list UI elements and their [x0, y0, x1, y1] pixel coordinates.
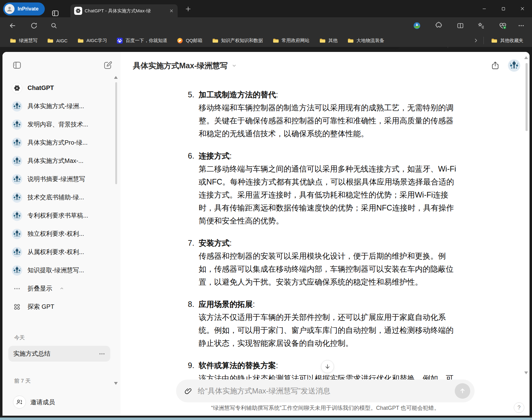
chat-main: 具体实施方式Max-绿洲慧写 5.加工或制造方法的替代: 移动终端和车辆控制器 — [120, 52, 530, 416]
arrow-down-icon — [324, 363, 331, 370]
other-favorites-folder[interactable]: 其他收藏夹 — [488, 36, 526, 45]
inprivate-profile-button[interactable]: InPrivate — [3, 2, 45, 15]
bookmark-folder[interactable]: 绿洲慧写 — [7, 36, 40, 45]
folder-icon — [78, 38, 84, 43]
folder-icon — [212, 38, 218, 43]
folder-icon — [348, 38, 354, 43]
title-bar: InPrivate ChatGPT - 具体实施方式Max-绿 — [0, 0, 532, 17]
gpt-avatar-icon — [12, 265, 22, 276]
disclaimer-text: “绿洲慧写专利辅助撰写系统”工作空间聊天未用于训练我们的模型。ChatGPT 也… — [176, 404, 475, 412]
bookmark-folder[interactable]: 常用政府网站 — [270, 36, 313, 45]
bookmark-folder[interactable]: 其他 — [316, 36, 341, 45]
new-chat-icon[interactable] — [103, 61, 112, 70]
sidebar-collapse-toggle[interactable]: 折叠显示 — [2, 279, 114, 298]
refresh-icon[interactable] — [30, 22, 38, 29]
sidebar-item-gpt[interactable]: 知识提取-绿洲慧写... — [2, 261, 114, 279]
section-today: 今天 — [14, 334, 25, 341]
sidebar-item-gpt[interactable]: 发明内容、背景技术... — [2, 115, 114, 134]
sidebar-item-chatgpt[interactable]: ChatGPT — [2, 79, 114, 97]
bookmark-folder[interactable]: 大地物流装备 — [344, 36, 387, 45]
bookmark-qqmail[interactable]: QQ邮箱 — [174, 36, 205, 45]
browser-tab[interactable]: ChatGPT - 具体实施方式Max-绿 — [70, 4, 178, 17]
main-scrollbar-thumb[interactable] — [526, 63, 528, 131]
sidebar-scrollbar-thumb[interactable] — [115, 82, 117, 184]
account-avatar[interactable] — [508, 59, 520, 72]
chatgpt-favicon-icon — [74, 7, 82, 15]
gpt-avatar-icon — [12, 210, 22, 221]
bookmark-folder[interactable]: AIGC学习 — [74, 36, 110, 45]
gpt-avatar-icon — [12, 174, 22, 185]
gpt-avatar-icon — [12, 229, 22, 239]
profile-avatar-icon — [5, 4, 15, 14]
bookmarks-divider — [483, 37, 484, 44]
attach-file-icon[interactable] — [184, 387, 192, 395]
chat-options-icon[interactable] — [99, 350, 105, 357]
list-item: 7.安装方式: 传感器和控制器的安装可以采用模块化设计，便于后期的维护和更换。例… — [188, 236, 466, 288]
navigation-toolbar: https://chatgpt.com/g/g-1MFOi4WtV-ju-ti-… — [0, 17, 532, 34]
sidebar-scroll-down-arrow[interactable] — [114, 382, 118, 385]
sidebar-scroll-up-arrow[interactable] — [114, 76, 118, 79]
extensions-icon[interactable] — [434, 22, 442, 29]
folder-icon — [10, 38, 16, 43]
sidebar-item-gpt[interactable]: 具体实施方式Max-... — [2, 152, 114, 170]
list-item: 6.连接方式: 第二移动终端与车辆之间的通信可以采用多种无线连接方式，如蓝牙、W… — [188, 149, 466, 227]
chat-history-item-selected[interactable]: 实施方式总结 — [8, 346, 110, 362]
sidebar-toggle-icon[interactable] — [12, 61, 22, 70]
invite-members-button[interactable]: 邀请成员 — [13, 396, 55, 409]
sidebar-item-explore-gpt[interactable]: 探索 GPT — [2, 298, 114, 316]
gpt-avatar-icon — [12, 101, 22, 112]
chevron-down-icon[interactable] — [231, 63, 237, 68]
browser-essentials-icon[interactable] — [499, 22, 507, 30]
sidebar-item-gpt[interactable]: 具体实施方式-绿洲... — [2, 97, 114, 115]
help-button[interactable]: ? — [514, 402, 524, 413]
tab-actions-icon[interactable] — [51, 9, 59, 17]
composer[interactable] — [176, 380, 475, 402]
scroll-to-bottom-button[interactable] — [321, 360, 334, 373]
tab-close-icon[interactable] — [168, 7, 175, 15]
inprivate-label: InPrivate — [18, 6, 39, 12]
sidebar-item-gpt[interactable]: 从属权利要求-权利... — [2, 243, 114, 261]
gpt-avatar-icon — [12, 156, 22, 166]
sidebar-item-gpt[interactable]: 具体实施方式Pro-绿... — [2, 134, 114, 152]
baidu-icon — [117, 38, 123, 44]
tab-title: ChatGPT - 具体实施方式Max-绿 — [85, 8, 165, 14]
send-button[interactable] — [455, 383, 470, 399]
close-window-button[interactable] — [513, 0, 532, 17]
maximize-button[interactable] — [494, 0, 513, 17]
main-scroll-up-arrow[interactable] — [524, 56, 528, 59]
bookmarks-overflow-icon[interactable] — [473, 38, 479, 43]
gpt-title[interactable]: 具体实施方式Max-绿洲慧写 — [133, 61, 228, 71]
browser-window: InPrivate ChatGPT - 具体实施方式Max-绿 — [0, 0, 532, 420]
arrow-up-icon — [459, 387, 466, 395]
minimize-button[interactable] — [475, 0, 494, 17]
sidebar-item-gpt[interactable]: 独立权利要求-权利... — [2, 225, 114, 243]
openai-logo-icon — [12, 83, 22, 93]
bookmark-baidu[interactable]: 百度一下，你就知道 — [114, 36, 170, 45]
message-input[interactable] — [198, 387, 455, 395]
gpt-avatar-icon — [12, 138, 22, 148]
ellipsis-icon — [12, 285, 22, 292]
back-icon[interactable] — [9, 22, 16, 30]
collections-icon[interactable] — [477, 22, 485, 29]
folder-icon — [47, 38, 53, 43]
sidebar-item-gpt[interactable]: 专利权利要求书草稿... — [2, 206, 114, 225]
main-scroll-down-arrow[interactable] — [524, 371, 528, 374]
sidebar: ChatGPT 具体实施方式-绿洲... 发明内容、背景技术... 具体实施方式… — [2, 52, 120, 416]
list-item: 5.加工或制造方法的替代: 移动终端和车辆控制器的制造方法可以采用现有的成熟工艺… — [188, 88, 466, 140]
list-item: 8.应用场景的拓展: 该方法不仅适用于车辆的开关部件控制，还可以扩展应用于家庭自… — [188, 298, 466, 350]
grid-icon — [12, 303, 22, 311]
chevron-up-icon — [59, 286, 64, 291]
sidebar-item-gpt[interactable]: 技术交底书辅助-绿... — [2, 188, 114, 206]
new-tab-button[interactable] — [185, 6, 192, 12]
sidebar-item-gpt[interactable]: 说明书摘要-绿洲慧写 — [2, 170, 114, 188]
bookmark-folder[interactable]: 知识产权知识和数据 — [209, 36, 266, 45]
download-manager-icon[interactable] — [413, 22, 421, 30]
window-controls — [475, 0, 532, 17]
search-icon[interactable] — [50, 22, 57, 29]
folder-icon — [491, 38, 497, 43]
share-icon[interactable] — [491, 61, 500, 70]
people-plus-icon — [13, 396, 26, 409]
settings-menu-icon[interactable] — [518, 22, 525, 29]
bookmark-folder[interactable]: AIGC — [44, 36, 71, 45]
split-screen-icon[interactable] — [457, 22, 464, 29]
